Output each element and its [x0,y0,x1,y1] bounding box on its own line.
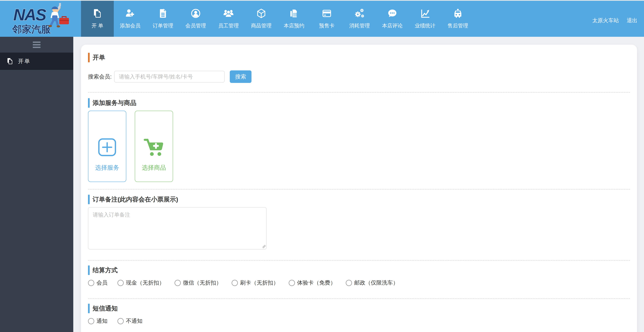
nav-item-member-mgmt[interactable]: 会员管理 [179,1,212,37]
plus-square-icon [98,137,116,157]
sidebar-collapse-toggle[interactable] [0,37,73,53]
nav-item-consume-mgmt[interactable]: 消耗管理 [343,1,376,37]
radio-icon [174,280,181,286]
main-content: 开单 搜索会员: 搜索 添加服务与商品 [73,37,644,332]
accent-bar [88,53,90,62]
member-search-row: 搜索会员: 搜索 [88,70,630,83]
sms-option-no-notify[interactable]: 不通知 [118,317,142,325]
radio-icon [118,318,124,324]
logo-subtitle-text: 邻家汽服 [12,24,51,34]
accent-bar [88,304,90,313]
user-add-icon [125,8,135,18]
aftersale-car-icon [453,8,463,18]
section-header-order-note: 订单备注(此内容会在小票展示) [88,195,630,204]
store-name-label: 太原火车站 [592,17,619,24]
search-button[interactable]: 搜索 [230,70,252,83]
payment-option-cash[interactable]: 现金（无折扣） [118,279,164,287]
page-title: 开单 [92,53,105,62]
order-document-icon [158,8,168,18]
accent-bar [88,195,90,204]
logo-illustration: NAS 邻家汽服 [12,2,73,36]
billing-card: 开单 搜索会员: 搜索 添加服务与商品 [81,45,637,332]
radio-icon [118,280,124,286]
nav-item-label: 员工管理 [218,22,239,29]
nav-item-performance-stats[interactable]: 业绩统计 [409,1,442,37]
section-title: 添加服务与商品 [92,99,136,107]
nav-item-open-bill[interactable]: 开 单 [81,1,114,37]
copy-document-icon [92,8,102,18]
nav-item-label: 预售卡 [319,22,334,29]
section-divider [88,189,630,189]
nav-item-label: 消耗管理 [349,22,370,29]
booking-phone-icon [289,8,299,18]
nav-item-label: 开 单 [92,22,103,29]
section-title: 结算方式 [92,266,118,274]
payment-options-row: 会员 现金（无折扣） 微信（无折扣） 刷卡（无折扣） [88,279,630,287]
sms-options-row: 通知 不通知 [88,317,630,325]
cart-plus-icon [143,137,165,157]
nav-item-presale-card[interactable]: 预售卡 [310,1,343,37]
nav-item-order-mgmt[interactable]: 订单管理 [146,1,179,37]
section-divider [88,92,630,93]
section-header-billing: 开单 [88,53,630,62]
nav-item-label: 售后管理 [448,22,468,29]
payment-option-card[interactable]: 刷卡（无折扣） [232,279,279,287]
section-divider [88,260,630,261]
topbar-right: 太原火车站 退出 [592,17,637,24]
order-note-textarea[interactable] [88,207,266,249]
logo-brand-text: NAS [13,5,46,24]
select-service-label: 选择服务 [95,164,119,172]
select-product-card[interactable]: 选择商品 [135,111,173,182]
consume-gears-icon [354,8,365,18]
pick-row: 选择服务 选择商品 [88,111,630,182]
app-window: NAS 邻家汽服 [0,0,644,332]
brand-logo: NAS 邻家汽服 [0,1,81,37]
logout-button[interactable]: 退出 [627,17,637,24]
logo-mechanic-illustration [48,3,69,27]
payment-option-member[interactable]: 会员 [88,279,108,287]
radio-icon [346,280,352,286]
payment-option-postal[interactable]: 邮政（仅限洗车） [346,279,398,287]
nav-item-aftersale-mgmt[interactable]: 售后管理 [442,1,474,37]
section-divider [88,298,630,299]
main-nav: 开 单 添加会员 [81,1,474,37]
stats-chart-icon [420,8,430,18]
search-label: 搜索会员: [88,73,112,81]
sms-option-notify[interactable]: 通知 [88,317,108,325]
nav-item-store-comments[interactable]: 本店评论 [376,1,409,37]
sidebar-item-open-bill[interactable]: 开单 [0,53,73,70]
select-service-card[interactable]: 选择服务 [88,111,126,182]
nav-item-label: 订单管理 [152,22,173,29]
radio-icon [289,280,295,286]
comment-bubble-icon [387,8,398,18]
nav-item-product-mgmt[interactable]: 商品管理 [245,1,278,37]
section-title: 订单备注(此内容会在小票展示) [92,195,178,204]
sidebar: 开单 [0,37,73,332]
nav-item-label: 本店评论 [382,22,403,29]
section-title: 短信通知 [92,304,118,313]
member-search-input[interactable] [114,71,224,83]
member-circle-icon [190,8,201,18]
nav-item-label: 商品管理 [251,22,272,29]
payment-option-trial-card[interactable]: 体验卡（免费） [289,279,336,287]
radio-icon [88,318,94,324]
staff-group-icon [223,8,234,18]
nav-item-label: 业绩统计 [415,22,436,29]
sidebar-item-label: 开单 [18,58,30,65]
radio-icon [88,280,94,286]
nav-item-add-member[interactable]: 添加会员 [114,1,146,37]
nav-item-staff-mgmt[interactable]: 员工管理 [212,1,245,37]
payment-option-wechat[interactable]: 微信（无折扣） [174,279,222,287]
accent-bar [88,265,90,275]
section-header-sms: 短信通知 [88,304,630,313]
hamburger-icon [33,41,40,48]
nav-item-label: 添加会员 [120,22,140,29]
radio-icon [232,280,238,286]
section-header-add-items: 添加服务与商品 [88,98,630,108]
copy-document-icon [6,58,14,65]
nav-item-store-booking[interactable]: 本店预约 [278,1,310,37]
presale-card-icon [322,8,332,18]
select-product-label: 选择商品 [142,164,166,172]
topbar: NAS 邻家汽服 [0,1,644,37]
accent-bar [88,98,90,108]
